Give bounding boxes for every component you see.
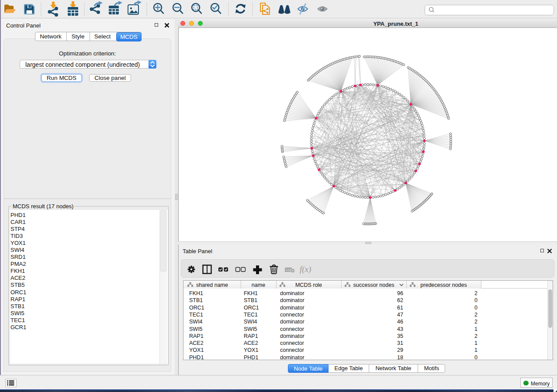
svg-text:f(x): f(x) [300,265,311,274]
